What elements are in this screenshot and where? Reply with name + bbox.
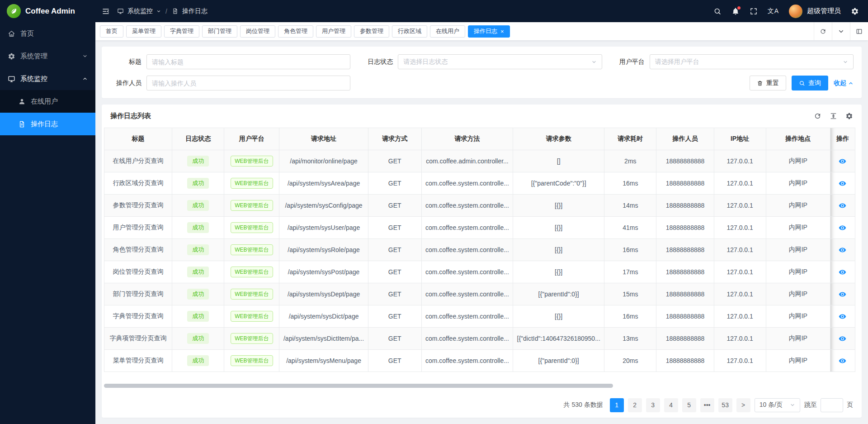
cell-title: 用户管理分页查询 <box>113 224 164 231</box>
cell-location: 内网IP <box>789 201 807 209</box>
log-status-select[interactable]: 请选择日志状态 <box>398 54 602 69</box>
view-detail-eye-icon[interactable] <box>839 224 846 232</box>
collapse-toggle[interactable]: 收起 <box>834 79 854 87</box>
view-detail-eye-icon[interactable] <box>839 313 846 320</box>
tab[interactable]: 参数管理 × <box>354 25 389 38</box>
page-button[interactable]: ••• <box>700 398 714 412</box>
translate-icon[interactable]: 文A <box>768 7 779 15</box>
chevron-down-icon <box>843 59 848 65</box>
horizontal-scrollbar[interactable] <box>104 384 613 388</box>
chevron-down-icon[interactable] <box>832 22 850 40</box>
view-detail-eye-icon[interactable] <box>839 335 846 343</box>
cell-location: 内网IP <box>789 290 807 297</box>
sidebar-item-system-management[interactable]: 系统管理 <box>0 45 95 67</box>
view-detail-eye-icon[interactable] <box>839 357 846 365</box>
search-button[interactable]: 查询 <box>792 76 828 91</box>
breadcrumb: 系统监控 / 操作日志 <box>117 7 208 15</box>
fullscreen-icon[interactable] <box>750 7 758 15</box>
view-detail-eye-icon[interactable] <box>839 180 846 187</box>
view-detail-eye-icon[interactable] <box>839 202 846 210</box>
tab[interactable]: 字典管理 × <box>164 25 199 38</box>
view-detail-eye-icon[interactable] <box>839 246 846 254</box>
username[interactable]: 超级管理员 <box>807 7 841 15</box>
column-header: 用户平台 <box>224 128 279 150</box>
page-button[interactable]: 5 <box>682 398 696 412</box>
cell-request-url: /api/system/sysDept/page <box>288 291 360 298</box>
cell-duration: 2ms <box>624 157 636 165</box>
cell-ip: 127.0.0.1 <box>726 224 753 231</box>
sidebar-item-online-users[interactable]: 在线用户 <box>0 90 95 113</box>
tabbar: 首页 × 菜单管理 × 字典管理 × 部门管理 <box>95 22 868 40</box>
tab[interactable]: 岗位管理 × <box>240 25 275 38</box>
cell-request-function: com.coffee.system.controlle... <box>425 180 509 187</box>
cell-ip: 127.0.0.1 <box>726 202 753 209</box>
jump-page-input[interactable] <box>821 398 843 412</box>
cell-operator: 18888888888 <box>666 335 705 342</box>
settings-gear-icon[interactable] <box>851 7 859 15</box>
tab[interactable]: 角色管理 × <box>278 25 313 38</box>
cell-request-function: com.coffee.system.controlle... <box>425 313 509 320</box>
tab[interactable]: 部门管理 × <box>202 25 237 38</box>
chevron-down-icon <box>82 53 88 59</box>
tab-label: 菜单管理 <box>132 27 156 35</box>
table-row: 字典项管理分页查询 成功 WEB管理后台 /api/system/sysDict… <box>104 328 855 350</box>
tab-label: 行政区域 <box>398 27 421 35</box>
search-icon[interactable] <box>713 7 722 15</box>
select-placeholder: 请选择日志状态 <box>403 58 591 66</box>
density-icon[interactable] <box>830 112 837 120</box>
sidebar-item-label: 操作日志 <box>31 120 58 129</box>
tab[interactable]: 在线用户 × <box>430 25 465 38</box>
tab-label: 操作日志 <box>474 27 497 35</box>
operator-input[interactable] <box>152 80 345 87</box>
tab-close-icon[interactable]: × <box>500 29 504 34</box>
tab[interactable]: 首页 × <box>100 25 123 38</box>
title-input[interactable] <box>152 58 345 66</box>
cell-duration: 13ms <box>623 335 638 342</box>
cell-title: 在线用户分页查询 <box>113 157 164 164</box>
column-settings-gear-icon[interactable] <box>845 112 853 120</box>
tab[interactable]: 用户管理 × <box>316 25 351 38</box>
sidebar-item-home[interactable]: 首页 <box>0 22 95 45</box>
refresh-icon[interactable] <box>814 22 832 40</box>
sidebar-item-system-monitor[interactable]: 系统监控 <box>0 67 95 90</box>
avatar[interactable] <box>789 5 802 18</box>
view-detail-eye-icon[interactable] <box>839 157 846 165</box>
next-page-button[interactable]: > <box>736 398 750 412</box>
cell-request-params: [{}] <box>555 313 562 320</box>
view-detail-eye-icon[interactable] <box>839 268 846 276</box>
page-size-select[interactable]: 10 条/页 <box>755 398 800 412</box>
cell-ip: 127.0.0.1 <box>726 357 753 364</box>
reset-button[interactable]: 重置 <box>750 76 786 91</box>
filter-field-title: 标题 <box>110 54 350 69</box>
cell-request-function: com.coffee.system.controlle... <box>425 357 509 364</box>
cell-operator: 18888888888 <box>666 291 705 298</box>
page-button[interactable]: 1 <box>610 398 624 412</box>
cell-request-method: GET <box>388 157 401 165</box>
home-icon <box>8 30 15 38</box>
page-button[interactable]: 53 <box>718 398 732 412</box>
page-button[interactable]: 4 <box>664 398 678 412</box>
user-platform-select[interactable]: 请选择用户平台 <box>650 54 854 69</box>
layout-icon[interactable] <box>850 22 868 40</box>
operator-label: 操作人员 <box>110 79 142 87</box>
main-area: 系统监控 / 操作日志 <box>95 0 868 424</box>
user-icon <box>18 98 26 105</box>
page-button[interactable]: 2 <box>628 398 642 412</box>
column-header: 请求方式 <box>368 128 421 150</box>
sidebar-item-operation-log[interactable]: 操作日志 <box>0 113 95 135</box>
tab[interactable]: 行政区域 × <box>392 25 427 38</box>
refresh-icon[interactable] <box>814 112 821 120</box>
page-button[interactable]: 3 <box>646 398 660 412</box>
page-buttons: 12345•••53 <box>610 398 732 412</box>
tab[interactable]: 菜单管理 × <box>126 25 161 38</box>
view-detail-eye-icon[interactable] <box>839 291 846 298</box>
app-logo[interactable]: Coffee Admin <box>0 0 95 22</box>
bell-icon[interactable] <box>731 7 740 15</box>
column-header: 日志状态 <box>172 128 224 150</box>
tab[interactable]: 操作日志 × <box>468 25 510 38</box>
menu-fold-icon[interactable] <box>102 7 110 15</box>
table-row: 在线用户分页查询 成功 WEB管理后台 /api/monitor/online/… <box>104 150 855 172</box>
breadcrumb-item-system-monitor[interactable]: 系统监控 <box>127 7 153 15</box>
cell-duration: 16ms <box>623 246 638 253</box>
cell-request-function: com.coffee.system.controlle... <box>425 246 509 253</box>
